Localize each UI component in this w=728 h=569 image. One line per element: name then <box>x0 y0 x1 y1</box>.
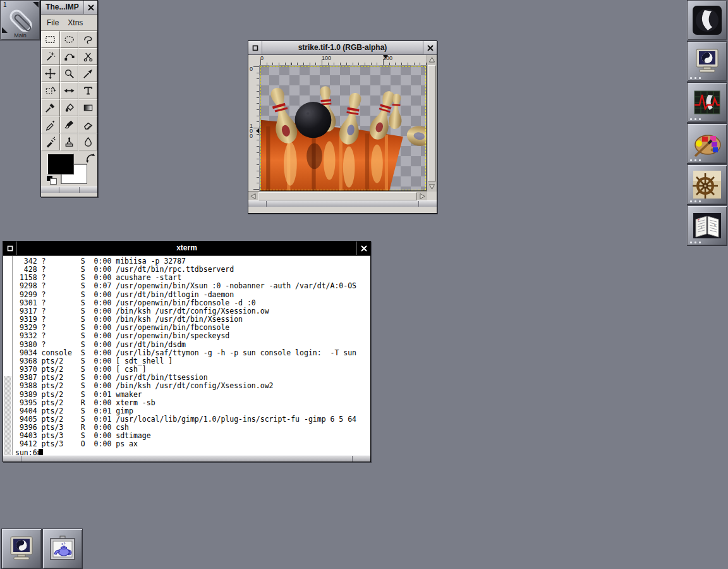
tool-airbrush[interactable] <box>41 133 60 150</box>
eraser-icon <box>82 119 94 131</box>
paint-palette-icon <box>692 128 722 159</box>
eyedropper-icon <box>44 102 56 114</box>
ruler-position-marker <box>383 55 388 59</box>
menu-xtns[interactable]: Xtns <box>68 18 83 27</box>
tool-free-select[interactable] <box>78 31 97 48</box>
image-window-resize-bar[interactable] <box>248 200 437 207</box>
gimp-toolbox-window: The...IMP File Xtns <box>40 0 98 197</box>
water-drop-icon <box>82 136 94 148</box>
image-window-close-button[interactable] <box>423 41 437 54</box>
tool-transform[interactable] <box>41 82 60 99</box>
tool-scissors[interactable] <box>78 48 97 65</box>
foreground-color-swatch[interactable] <box>47 154 74 174</box>
scroll-down-arrow[interactable] <box>427 182 437 192</box>
airbrush-icon <box>44 136 56 148</box>
lasso-icon <box>82 34 94 46</box>
tool-convolve[interactable] <box>78 133 97 150</box>
terminal-scrollbar[interactable] <box>3 256 13 456</box>
dock-item-terminal[interactable] <box>687 41 727 82</box>
terminal-monitor-icon <box>6 534 37 564</box>
xterm-titlebar[interactable]: xterm <box>3 242 370 255</box>
scroll-right-arrow[interactable] <box>418 192 427 201</box>
launch-indicator-dots <box>690 242 701 243</box>
horizontal-scrollbar[interactable] <box>248 191 427 201</box>
tool-grid <box>41 31 97 150</box>
dock-item-system-monitor[interactable] <box>687 82 727 123</box>
tool-eraser[interactable] <box>78 116 97 133</box>
scissors-icon <box>82 51 94 63</box>
tool-crop[interactable] <box>78 65 97 82</box>
tool-bucket-fill[interactable] <box>60 99 79 116</box>
close-icon <box>361 245 367 252</box>
ship-helm-icon <box>692 169 722 200</box>
paintbrush-icon <box>63 119 75 131</box>
horizontal-scroll-thumb[interactable] <box>258 192 417 200</box>
tool-ellipse-select[interactable] <box>60 31 79 48</box>
close-icon <box>88 4 94 11</box>
tool-text[interactable] <box>78 82 97 99</box>
scroll-up-arrow[interactable] <box>427 55 437 64</box>
vertical-scroll-thumb[interactable] <box>428 65 436 181</box>
launch-indicator-dots <box>690 118 701 120</box>
terminal-scroll-thumb[interactable] <box>4 376 11 456</box>
rectangle-select-icon <box>44 34 56 46</box>
appicon-image-viewer[interactable] <box>42 529 83 569</box>
terminal-output: 342 ? S 0:00 mibiisa -p 32787 428 ? S 0:… <box>13 256 370 456</box>
transform-icon <box>44 85 56 97</box>
vertical-scrollbar[interactable] <box>427 55 437 192</box>
dock-item-wmaker-logo[interactable] <box>687 0 727 40</box>
tool-paintbrush[interactable] <box>60 116 79 133</box>
workspace-label: Main <box>1 32 40 39</box>
default-colors-icon[interactable] <box>46 175 57 185</box>
appicon-terminal[interactable] <box>1 529 42 569</box>
tool-magnify[interactable] <box>60 65 79 82</box>
tool-flip[interactable] <box>60 82 79 99</box>
dock-item-gimp-palette[interactable] <box>687 123 727 164</box>
xterm-close-button[interactable] <box>356 242 370 255</box>
toolbox-menubar: File Xtns <box>41 15 97 31</box>
tool-move[interactable] <box>41 65 60 82</box>
xterm-miniaturize-button[interactable] <box>3 242 17 255</box>
hruler-label-0: 0 <box>260 55 264 61</box>
tool-fuzzy-select[interactable] <box>41 48 60 65</box>
tool-rectangle-select[interactable] <box>41 31 60 48</box>
color-selection-area <box>41 150 97 187</box>
tool-pencil[interactable] <box>41 116 60 133</box>
image-canvas[interactable] <box>259 65 427 192</box>
dock-item-helm[interactable] <box>687 164 727 205</box>
dock-item-manual[interactable]: F L n <box>687 205 727 246</box>
horizontal-ruler: 0 100 200 <box>259 55 427 66</box>
toolbox-title: The...IMP <box>41 1 83 14</box>
tool-clone[interactable] <box>60 133 79 150</box>
launch-indicator-dots <box>690 159 701 161</box>
terminal-body[interactable]: 342 ? S 0:00 mibiisa -p 32787 428 ? S 0:… <box>3 255 370 456</box>
close-icon <box>427 45 434 51</box>
crop-scalpel-icon <box>82 68 94 80</box>
hruler-label-100: 100 <box>322 55 331 61</box>
magnifier-icon <box>63 68 75 80</box>
swap-colors-icon[interactable] <box>85 153 95 163</box>
xterm-resize-bar[interactable] <box>3 455 370 462</box>
tool-bezier-select[interactable] <box>60 48 79 65</box>
bowling-strike-image <box>261 67 427 192</box>
bucket-fill-icon <box>63 102 75 114</box>
vruler-label-0: 0 <box>250 66 254 71</box>
text-tool-icon <box>82 85 94 97</box>
pencil-icon <box>44 119 56 131</box>
svg-text:L: L <box>701 226 703 229</box>
open-book-icon: F L n <box>692 211 722 241</box>
toolbox-titlebar[interactable]: The...IMP <box>41 1 97 15</box>
launch-indicator-dots <box>690 200 701 202</box>
workspace-clip[interactable]: 1 Main <box>0 0 40 40</box>
toolbox-resize-bar[interactable] <box>41 187 97 193</box>
clip-arrow-next[interactable] <box>33 2 39 8</box>
tool-color-picker[interactable] <box>41 99 60 116</box>
ruler-corner-button[interactable] <box>248 55 260 66</box>
magic-wand-icon <box>44 51 56 63</box>
miniaturize-button[interactable] <box>248 41 262 54</box>
image-window-titlebar[interactable]: strike.tif-1.0 (RGB-alpha) <box>248 41 437 55</box>
scroll-left-arrow[interactable] <box>248 192 258 201</box>
toolbox-close-button[interactable] <box>83 1 97 14</box>
menu-file[interactable]: File <box>47 18 59 27</box>
tool-blend[interactable] <box>78 99 97 116</box>
